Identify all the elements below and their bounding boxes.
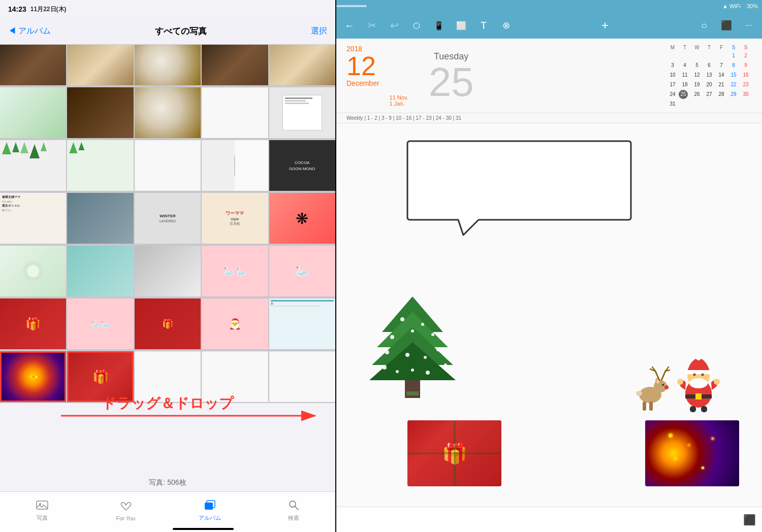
cal-cell-29[interactable]: 29 [727, 90, 740, 99]
photo-cell[interactable] [0, 45, 66, 85]
cal-cell-19[interactable]: 19 [691, 80, 703, 89]
cal-cell-3[interactable]: 3 [666, 61, 679, 70]
cal-cell[interactable] [679, 51, 691, 60]
tab-albums[interactable]: アルバム [168, 498, 251, 522]
photo-cell[interactable] [135, 45, 201, 85]
cal-cell-12[interactable]: 12 [691, 71, 703, 80]
cal-cell-11[interactable]: 11 [679, 71, 691, 80]
text-icon[interactable]: T [477, 20, 491, 31]
photo-cell[interactable] [202, 87, 268, 138]
undo-button[interactable]: ↩ [387, 19, 401, 31]
circle-icon[interactable]: ○ [697, 20, 711, 31]
more-icon[interactable]: ··· [742, 21, 756, 30]
cal-cell-13[interactable]: 13 [703, 71, 715, 80]
cal-cell [679, 99, 691, 109]
tablet-icon[interactable]: ⬜ [454, 21, 468, 30]
cal-cell-23[interactable]: 23 [740, 80, 752, 89]
tab-photos[interactable]: 写真 [0, 498, 84, 522]
close-icon[interactable]: ⊗ [499, 20, 513, 31]
dropped-photo-gift[interactable]: 🎁 [407, 420, 501, 486]
cal-cell-25-selected[interactable]: 25 [679, 90, 688, 99]
cal-cell-6[interactable]: 6 [703, 61, 715, 70]
photo-cell[interactable]: ❋ [269, 193, 335, 244]
sidebar-icon[interactable]: ⬛ [743, 514, 756, 526]
cal-sun: S [740, 45, 752, 50]
cal-cell-15[interactable]: 15 [727, 71, 740, 80]
photo-cell[interactable] [0, 246, 66, 296]
photo-cell-selected-1[interactable] [0, 351, 66, 402]
photo-cell[interactable] [269, 45, 335, 85]
cal-cell-7[interactable]: 7 [715, 61, 727, 70]
cal-cell-20[interactable]: 20 [703, 80, 715, 89]
select-button[interactable]: 選択 [311, 26, 327, 37]
cal-cell-28[interactable]: 28 [715, 90, 727, 99]
cal-cell-1[interactable]: 1 [727, 51, 740, 60]
cal-cell [740, 99, 752, 109]
tab-search[interactable]: 検索 [251, 498, 335, 522]
photo-cell[interactable]: 🎁 [135, 298, 201, 349]
photo-cell[interactable] [67, 140, 133, 191]
photo-cell[interactable]: 兼業主婦ママ のための 黒女オシャレ 紙プラン [0, 193, 66, 244]
cal-cell-9[interactable]: 9 [740, 61, 752, 70]
cal-cell-16[interactable]: 16 [740, 71, 752, 80]
right-content[interactable]: 🎁 [336, 123, 762, 507]
photo-grid-scroll[interactable]: COCOA GOON MONO 兼業主婦ママ のための 黒女オシャレ 紙プラン [0, 45, 335, 403]
photo-cell[interactable]: WINTER LAYERED [135, 193, 201, 244]
cal-cell-2[interactable]: 2 [740, 51, 752, 60]
bluetooth-icon[interactable]: ⬡ [409, 21, 424, 30]
cal-cell[interactable] [715, 51, 727, 60]
photo-cell[interactable] [202, 140, 268, 191]
photo-cell[interactable] [67, 246, 133, 296]
photo-cell[interactable] [67, 193, 133, 244]
photo-cell[interactable] [67, 45, 133, 85]
cal-cell[interactable] [691, 51, 703, 60]
dropped-photo-lights[interactable] [645, 420, 739, 486]
photo-cell[interactable]: 🎅 [202, 298, 268, 349]
back-button[interactable]: ← [342, 20, 357, 31]
photo-cell[interactable] [67, 87, 133, 138]
cal-cell-21[interactable]: 21 [715, 80, 727, 89]
back-button[interactable]: ◀ アルバム [8, 26, 51, 37]
cal-cell-22[interactable]: 22 [727, 80, 740, 89]
add-button[interactable]: + [601, 18, 609, 32]
cal-cell-24[interactable]: 24 [666, 90, 679, 99]
prev-date[interactable]: 11 Nov. [390, 94, 408, 101]
phone-icon[interactable]: 📱 [432, 21, 446, 30]
cal-cell-5[interactable]: 5 [691, 61, 703, 70]
cal-cell-10[interactable]: 10 [666, 71, 679, 80]
cal-cell-26[interactable]: 26 [691, 90, 703, 99]
photo-cell[interactable] [269, 87, 335, 138]
cal-cell-14[interactable]: 14 [715, 71, 727, 80]
cal-cell-27[interactable]: 27 [703, 90, 715, 99]
cal-cell-4[interactable]: 4 [679, 61, 691, 70]
copy-icon[interactable]: ⬛ [719, 20, 734, 31]
scissors-icon[interactable]: ✂ [365, 19, 379, 31]
photo-cell[interactable] [202, 45, 268, 85]
photo-cell[interactable]: 25 [269, 298, 335, 349]
photo-cell[interactable] [0, 87, 66, 138]
photo-cell[interactable] [135, 87, 201, 138]
photo-cell[interactable] [135, 246, 201, 296]
cal-cell[interactable] [666, 51, 679, 60]
cal-cell-18[interactable]: 18 [679, 80, 691, 89]
next-date[interactable]: 1 Jan. [390, 101, 408, 107]
cal-cell-30[interactable]: 30 [740, 90, 752, 99]
photo-cell[interactable] [135, 140, 201, 191]
cal-cell-31[interactable]: 31 [666, 99, 679, 109]
photo-cell[interactable]: 🦢 🦢 [67, 298, 133, 349]
photo-cell-selected-2[interactable]: 🎁 [67, 351, 133, 402]
cal-cell-8[interactable]: 8 [727, 61, 740, 70]
cal-cell-17[interactable]: 17 [666, 80, 679, 89]
photo-cell[interactable] [135, 351, 201, 402]
photo-cell[interactable] [269, 351, 335, 402]
photo-cell[interactable]: 🦢 [269, 246, 335, 296]
photo-cell[interactable]: COCOA GOON MONO [269, 140, 335, 191]
photo-cell[interactable] [0, 140, 66, 191]
tab-for-you[interactable]: For You [84, 499, 168, 521]
photo-cell[interactable]: 🦢 🦢 [202, 246, 268, 296]
photo-cell[interactable] [202, 351, 268, 402]
photo-cell[interactable]: 🎁 [0, 298, 66, 349]
week-nav[interactable]: Weekly | 1 - 2 | 3 - 9 | 10 - 16 | 17 - … [336, 113, 762, 123]
cal-cell[interactable] [703, 51, 715, 60]
photo-cell[interactable]: ワーママ style 見本帖 [202, 193, 268, 244]
